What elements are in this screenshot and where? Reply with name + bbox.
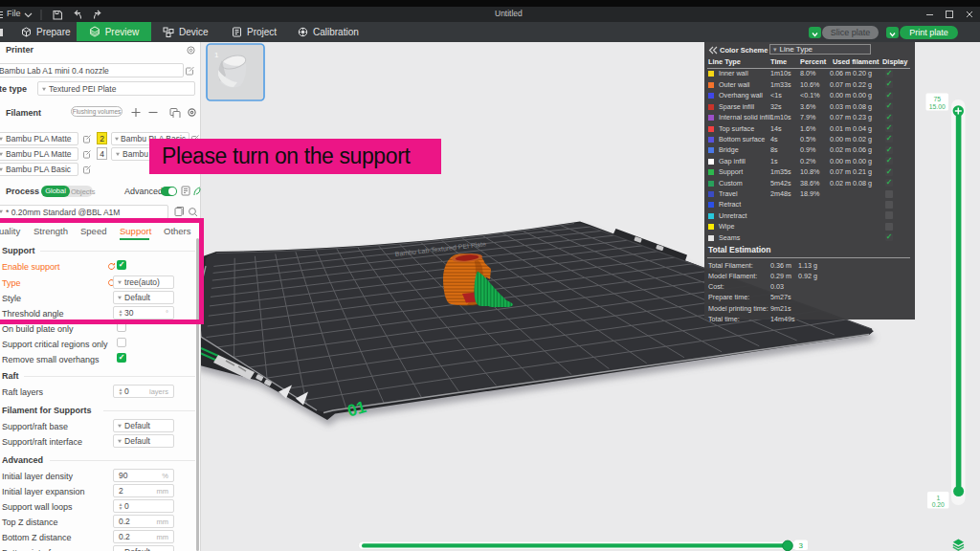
svg-text:3: 3 bbox=[799, 541, 804, 550]
svg-text:1: 1 bbox=[214, 51, 219, 59]
svg-text:0.20: 0.20 bbox=[932, 501, 945, 508]
svg-text:75: 75 bbox=[934, 96, 942, 102]
svg-text:1: 1 bbox=[936, 495, 940, 501]
svg-text:15.00: 15.00 bbox=[929, 103, 946, 110]
